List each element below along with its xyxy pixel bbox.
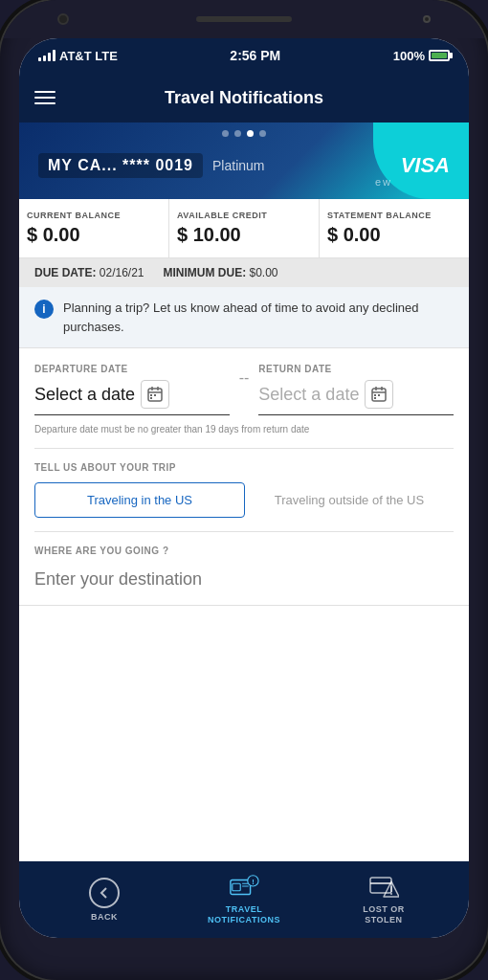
date-separator: --: [239, 369, 250, 387]
current-balance: CURRENT BALANCE $ 0.00: [19, 199, 169, 257]
date-row: DEPARTURE DATE Select a date: [34, 364, 454, 415]
page-title: Travel Notifications: [165, 88, 323, 108]
svg-rect-11: [374, 394, 376, 396]
statement-balance: STATEMENT BALANCE $ 0.00: [320, 199, 469, 257]
battery-percent: 100%: [393, 49, 425, 63]
available-credit-label: AVAILABLE CREDIT: [177, 211, 267, 220]
svg-text:!: !: [252, 878, 255, 886]
svg-rect-4: [150, 394, 152, 396]
travel-notifications-icon: !: [229, 874, 259, 901]
lost-stolen-nav-item[interactable]: LOST ORSTOLEN: [355, 874, 412, 925]
departure-date-value: Select a date: [34, 385, 135, 405]
date-form-section: DEPARTURE DATE Select a date: [19, 348, 469, 449]
departure-divider: [34, 414, 230, 415]
departure-date-label: DEPARTURE DATE: [34, 364, 230, 374]
departure-calendar-button[interactable]: [141, 380, 169, 409]
svg-rect-13: [374, 397, 376, 399]
phone-shell: AT&T LTE 2:56 PM 100% Travel Notificatio…: [0, 0, 488, 980]
travel-notifications-nav-item[interactable]: ! TRAVELNOTIFICATIONS: [208, 874, 280, 925]
return-date-field: RETURN DATE Select a date: [258, 364, 454, 415]
card-name-text: MY CA...: [48, 157, 118, 173]
svg-rect-12: [378, 394, 380, 396]
card-number-text: **** 0019: [122, 157, 193, 173]
hamburger-line-1: [34, 91, 55, 93]
due-date-label: DUE DATE:: [34, 266, 96, 279]
info-banner: i Planning a trip? Let us know ahead of …: [19, 287, 469, 348]
traveling-us-button[interactable]: Traveling in the US: [34, 482, 245, 518]
back-nav-label: BACK: [91, 912, 118, 923]
due-date-bar: DUE DATE: 02/16/21 MINIMUM DUE: $0.00: [19, 258, 469, 287]
dot-4: [259, 130, 266, 137]
destination-input[interactable]: [34, 566, 454, 593]
front-camera-icon: [57, 13, 69, 25]
due-date: DUE DATE: 02/16/21: [34, 266, 144, 279]
carrier-text: AT&T LTE: [59, 49, 118, 63]
lost-stolen-icon: [368, 874, 399, 901]
bottom-nav: BACK ! TRAVELNOTIFICATIONS: [19, 861, 469, 938]
signal-bar-1: [38, 57, 41, 61]
departure-input-row: Select a date: [34, 380, 230, 409]
status-left: AT&T LTE: [38, 49, 118, 63]
battery-fill: [432, 53, 447, 58]
info-message: Planning a trip? Let us know ahead of ti…: [63, 299, 454, 336]
destination-section: WHERE ARE YOU GOING ?: [19, 532, 469, 606]
status-bar: AT&T LTE 2:56 PM 100%: [19, 38, 469, 73]
phone-top-bar: [0, 0, 488, 38]
signal-bar-3: [48, 53, 51, 61]
phone-screen: AT&T LTE 2:56 PM 100% Travel Notificatio…: [19, 38, 469, 938]
svg-point-24: [390, 893, 392, 895]
card-info: MY CA... **** 0019 Platinum: [38, 153, 450, 178]
battery-icon: [429, 50, 450, 61]
date-hint: Departure date must be no greater than 1…: [34, 423, 454, 449]
svg-rect-5: [154, 394, 156, 396]
minimum-due-label: MINIMUM DUE:: [164, 266, 247, 279]
return-date-value: Select a date: [258, 385, 359, 405]
destination-label: WHERE ARE YOU GOING ?: [34, 546, 454, 556]
card-banner: MY CA... **** 0019 Platinum VISA ew: [19, 122, 469, 199]
menu-button[interactable]: [34, 91, 55, 104]
dot-2: [234, 130, 241, 137]
svg-rect-6: [150, 397, 152, 399]
statement-balance-value: $ 0.00: [327, 224, 381, 246]
travel-icon: !: [229, 874, 259, 901]
balance-section: CURRENT BALANCE $ 0.00 AVAILABLE CREDIT …: [19, 199, 469, 258]
traveling-international-button[interactable]: Traveling outside of the US: [245, 482, 454, 518]
signal-bar-4: [53, 50, 55, 61]
app-header: Travel Notifications: [19, 73, 469, 122]
card-warning-icon: [368, 874, 399, 901]
card-name: MY CA... **** 0019: [38, 153, 203, 178]
return-calendar-button[interactable]: [365, 380, 393, 409]
signal-bars-icon: [38, 50, 55, 61]
sensor-icon: [423, 15, 431, 23]
main-content: i Planning a trip? Let us know ahead of …: [19, 287, 469, 861]
battery-status: 100%: [393, 49, 450, 63]
svg-rect-20: [370, 878, 391, 893]
available-credit-value: $ 10.00: [177, 224, 241, 246]
current-balance-value: $ 0.00: [27, 224, 80, 246]
back-nav-item[interactable]: BACK: [76, 878, 133, 923]
speaker-icon: [196, 16, 292, 22]
return-input-row: Select a date: [258, 380, 454, 409]
dot-3-active: [247, 130, 254, 137]
card-type: Platinum: [212, 158, 264, 173]
lost-stolen-nav-label: LOST ORSTOLEN: [363, 904, 405, 925]
trip-section-label: TELL US ABOUT YOUR TRIP: [34, 462, 454, 473]
dot-1: [222, 130, 229, 137]
available-credit: AVAILABLE CREDIT $ 10.00: [169, 199, 320, 257]
info-icon: i: [34, 300, 54, 319]
carousel-dots: [222, 130, 266, 137]
return-divider: [258, 414, 454, 415]
calendar-icon: [371, 387, 387, 402]
svg-rect-15: [233, 883, 240, 891]
statement-balance-label: STATEMENT BALANCE: [327, 211, 432, 220]
current-balance-label: CURRENT BALANCE: [27, 211, 121, 220]
trip-type-buttons: Traveling in the US Traveling outside of…: [34, 482, 454, 532]
travel-notifications-nav-label: TRAVELNOTIFICATIONS: [208, 904, 280, 925]
chevron-left-icon: [98, 886, 111, 900]
back-icon: [89, 878, 120, 908]
minimum-due: MINIMUM DUE: $0.00: [164, 266, 278, 279]
trip-type-section: TELL US ABOUT YOUR TRIP Traveling in the…: [19, 449, 469, 532]
clock: 2:56 PM: [230, 48, 280, 63]
card-content: MY CA... **** 0019 Platinum: [38, 144, 450, 178]
due-date-value: 02/16/21: [100, 266, 144, 279]
